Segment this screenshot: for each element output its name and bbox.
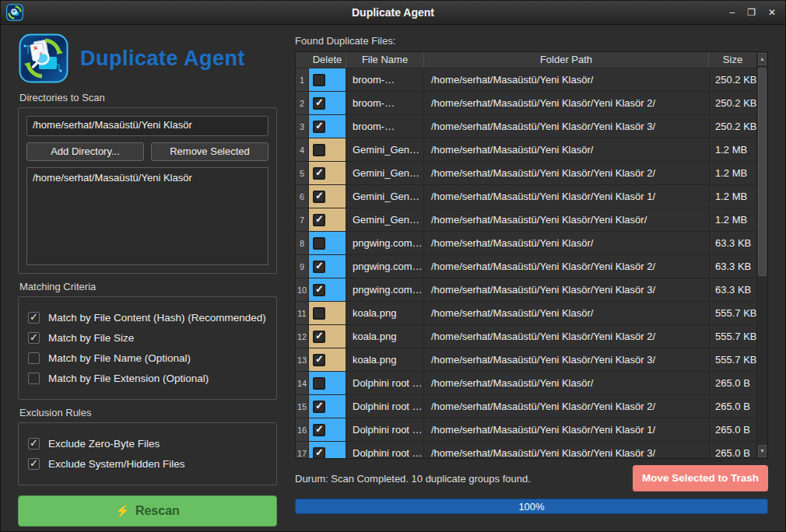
delete-cell[interactable] [309,208,346,231]
delete-cell[interactable] [309,418,346,441]
size-cell: 555.7 KB [710,325,756,348]
checkbox[interactable] [28,352,40,364]
delete-cell[interactable] [309,138,346,161]
delete-cell[interactable] [309,302,346,324]
delete-checkbox[interactable] [313,331,325,343]
move-to-trash-button[interactable]: Move Selected to Trash [633,465,768,492]
delete-cell[interactable] [309,372,346,394]
app-logo-icon: ✕ ✕ [18,33,69,83]
table-row[interactable]: 11koala.png/home/serhat/Masaüstü/Yeni Kl… [296,302,756,325]
delete-cell[interactable] [309,162,346,184]
checkbox-row[interactable]: Match by File Content (Hash) (Recommende… [28,310,267,325]
delete-cell[interactable] [309,232,346,254]
folder-path-cell: /home/serhat/Masaüstü/Yeni Klasör/ [424,302,710,324]
delete-checkbox[interactable] [313,401,325,413]
table-row[interactable]: 3broom-…/home/serhat/Masaüstü/Yeni Klasö… [296,115,756,138]
exclusion-rules-group: Exclude Zero-Byte FilesExclude System/Hi… [18,422,277,485]
checkbox-label: Exclude System/Hidden Files [48,458,185,470]
checkbox[interactable] [28,438,40,450]
delete-checkbox[interactable] [313,97,325,110]
directory-list-item[interactable]: /home/serhat/Masaüstü/Yeni Klasör [33,170,262,185]
table-row[interactable]: 2broom-…/home/serhat/Masaüstü/Yeni Klasö… [296,92,756,115]
delete-cell[interactable] [309,442,346,458]
scroll-down-icon[interactable]: ▼ [758,445,767,457]
delete-checkbox[interactable] [313,377,325,390]
maximize-icon[interactable]: ❐ [747,8,756,17]
checkbox[interactable] [28,373,40,384]
file-name-column-header[interactable]: File Name [346,52,424,68]
delete-cell[interactable] [309,395,346,418]
table-row[interactable]: 15Dolphini root …/home/serhat/Masaüstü/Y… [296,395,756,418]
delete-cell[interactable] [309,255,346,278]
table-row[interactable]: 13koala.png/home/serhat/Masaüstü/Yeni Kl… [296,348,756,372]
scrollbar-thumb[interactable] [758,68,767,276]
delete-checkbox[interactable] [313,307,325,320]
size-column-header[interactable]: Size [709,52,756,68]
row-number: 17 [296,442,309,458]
row-number: 3 [296,115,309,138]
directories-label: Directories to Scan [19,92,277,103]
rescan-button[interactable]: ⚡ Rescan [18,495,277,527]
vertical-scrollbar[interactable]: ▲ ▼ [756,52,767,458]
checkbox-label: Match by File Extension (Optional) [48,373,209,384]
checkbox[interactable] [28,332,40,344]
delete-checkbox[interactable] [313,447,325,459]
delete-checkbox[interactable] [313,354,325,366]
folder-path-cell: /home/serhat/Masaüstü/Yeni Klasör/Yeni K… [424,348,710,371]
directories-group: /home/serhat/Masaüstü/Yeni Klasör Add Di… [18,107,277,274]
folder-path-column-header[interactable]: Folder Path [424,52,709,68]
delete-cell[interactable] [309,115,346,138]
table-row[interactable]: 17Dolphini root …/home/serhat/Masaüstü/Y… [296,442,756,458]
size-cell: 555.7 KB [710,348,756,371]
checkbox-row[interactable]: Match by File Name (Optional) [28,351,267,366]
folder-path-cell: /home/serhat/Masaüstü/Yeni Klasör/Yeni K… [424,325,710,348]
delete-cell[interactable] [309,348,346,371]
delete-checkbox[interactable] [313,191,325,203]
matching-criteria-group: Match by File Content (Hash) (Recommende… [18,296,277,400]
remove-selected-button[interactable]: Remove Selected [151,142,268,161]
table-row[interactable]: 4Gemini_Gen…/home/serhat/Masaüstü/Yeni K… [296,138,756,162]
minimize-icon[interactable]: – [729,8,735,17]
delete-checkbox[interactable] [313,424,325,436]
delete-checkbox[interactable] [313,284,325,296]
table-row[interactable]: 16Dolphini root …/home/serhat/Masaüstü/Y… [296,418,756,442]
checkbox[interactable] [28,312,40,324]
checkbox-row[interactable]: Match by File Size [28,331,267,345]
table-row[interactable]: 10pngwing.com…/home/serhat/Masaüstü/Yeni… [296,278,756,302]
delete-checkbox[interactable] [313,261,325,273]
table-row[interactable]: 1broom-…/home/serhat/Masaüstü/Yeni Klasö… [296,68,756,92]
delete-checkbox[interactable] [313,167,325,180]
delete-cell[interactable] [309,325,346,348]
table-row[interactable]: 9pngwing.com…/home/serhat/Masaüstü/Yeni … [296,255,756,278]
table-row[interactable]: 5Gemini_Gen…/home/serhat/Masaüstü/Yeni K… [296,162,756,185]
delete-checkbox[interactable] [313,144,325,156]
table-row[interactable]: 6Gemini_Gen…/home/serhat/Masaüstü/Yeni K… [296,185,756,208]
delete-cell[interactable] [309,68,346,91]
table-row[interactable]: 12koala.png/home/serhat/Masaüstü/Yeni Kl… [296,325,756,348]
checkbox-row[interactable]: Exclude System/Hidden Files [28,457,267,471]
delete-checkbox[interactable] [313,74,325,86]
table-row[interactable]: 8pngwing.com…/home/serhat/Masaüstü/Yeni … [296,232,756,255]
delete-column-header[interactable]: Delete [309,52,346,68]
scroll-up-icon[interactable]: ▲ [758,53,767,65]
directories-listbox[interactable]: /home/serhat/Masaüstü/Yeni Klasör [26,167,268,265]
checkbox-row[interactable]: Match by File Extension (Optional) [28,371,267,386]
row-number: 4 [296,138,309,161]
delete-checkbox[interactable] [313,237,325,250]
close-icon[interactable]: ✕ [768,8,776,17]
delete-checkbox[interactable] [313,214,325,226]
delete-checkbox[interactable] [313,121,325,133]
delete-cell[interactable] [309,92,346,114]
status-text: Durum: Scan Completed. 10 duplicate grou… [295,473,531,485]
add-directory-button[interactable]: Add Directory... [26,142,144,161]
checkbox[interactable] [28,458,40,470]
directory-path-input[interactable]: /home/serhat/Masaüstü/Yeni Klasör [26,116,268,136]
results-panel: Found Duplicate Files: Delete File Name … [295,35,768,514]
checkbox-row[interactable]: Exclude Zero-Byte Files [28,436,267,451]
table-row[interactable]: 7Gemini_Gen…/home/serhat/Masaüstü/Yeni K… [296,208,756,232]
delete-cell[interactable] [309,278,346,301]
folder-path-cell: /home/serhat/Masaüstü/Yeni Klasör/Yeni K… [424,208,710,231]
row-number: 1 [296,68,309,91]
delete-cell[interactable] [309,185,346,208]
table-row[interactable]: 14Dolphini root …/home/serhat/Masaüstü/Y… [296,372,756,395]
